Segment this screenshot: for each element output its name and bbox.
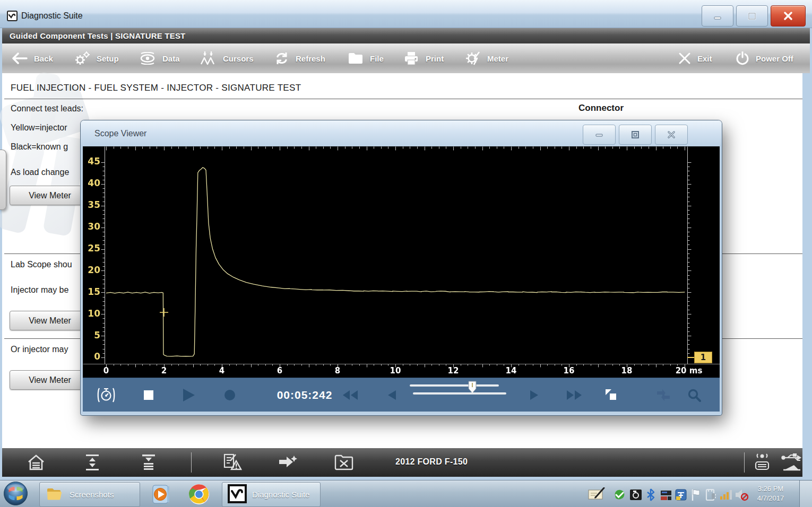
scope-window-title: Scope Viewer	[94, 129, 146, 138]
zoom-button[interactable]	[681, 378, 707, 412]
action-center-flag-icon[interactable]	[690, 488, 701, 503]
eye-icon	[139, 52, 156, 65]
taskbar-item-screenshots[interactable]: Screenshots	[39, 482, 140, 507]
refresh-button[interactable]: Refresh	[274, 43, 325, 73]
show-desktop-button[interactable]	[799, 480, 812, 507]
power-off-button[interactable]: Power Off	[736, 43, 793, 73]
oscilloscope-plot[interactable]	[83, 146, 720, 378]
main-titlebar: Diagnostic Suite	[0, 0, 812, 28]
playback-time: 00:05:242	[267, 378, 342, 412]
lead-black-text: Black=known g	[11, 142, 68, 152]
main-toolbar: Back Setup Data Cursors Refresh File Pri…	[2, 43, 810, 74]
stop-button[interactable]	[137, 378, 160, 412]
disabled-tool-icon	[651, 378, 676, 412]
fast-forward-button[interactable]	[560, 378, 588, 412]
lead-yellow-text: Yellow=injector	[11, 123, 67, 133]
vci-device-icon[interactable]	[751, 453, 773, 475]
back-icon	[12, 53, 28, 64]
print-button[interactable]: Print	[403, 43, 444, 73]
cursors-icon	[200, 51, 217, 66]
taskbar-item-diagnostic-suite[interactable]: Diagnostic Suite	[222, 482, 321, 507]
bluetooth-tray-icon[interactable]	[646, 488, 655, 503]
back-button[interactable]: Back	[12, 43, 53, 73]
data-button[interactable]: Data	[139, 43, 180, 73]
meter-button[interactable]: Meter	[465, 43, 508, 73]
antivirus-tray-icon[interactable]	[613, 488, 626, 503]
usb-connection-icon[interactable]	[780, 453, 804, 475]
device-tray-icon[interactable]	[660, 488, 672, 503]
clock-time: 3:26 PM	[747, 484, 794, 494]
report-warning-icon[interactable]	[222, 453, 242, 474]
step-forward-button[interactable]	[522, 378, 546, 412]
app-logo-icon	[7, 11, 18, 21]
taskbar-item-media-player[interactable]	[144, 482, 177, 506]
window-title: Diagnostic Suite	[21, 11, 83, 21]
run-test-icon[interactable]	[278, 453, 298, 473]
record-button[interactable]	[218, 378, 241, 412]
side-panel-flyout-handle[interactable]	[0, 150, 6, 210]
scope-maximize-button[interactable]	[619, 125, 652, 145]
meter-icon	[465, 51, 481, 66]
minimize-button[interactable]	[702, 5, 733, 27]
snipping-tray-icon[interactable]	[629, 488, 642, 503]
start-button[interactable]	[3, 482, 28, 505]
window-frame-right	[802, 73, 812, 480]
connector-heading: Connector	[578, 103, 624, 113]
view-meter-button-2[interactable]: View Meter	[10, 311, 90, 330]
taskbar: Screenshots Diagnostic Suite	[0, 480, 812, 507]
scale-view-button[interactable]	[599, 378, 624, 412]
saved-files-icon[interactable]	[334, 453, 353, 473]
volume-muted-tray-icon[interactable]	[735, 488, 748, 503]
scope-titlebar[interactable]: Scope Viewer	[81, 120, 722, 146]
vehicle-label: 2012 FORD F-150	[395, 457, 468, 467]
injector-note-text: Injector may be	[11, 285, 68, 295]
gears-icon	[74, 51, 90, 66]
cursors-button[interactable]: Cursors	[200, 43, 254, 73]
exit-button[interactable]: Exit	[678, 43, 712, 73]
status-divider-1	[191, 452, 192, 473]
power-plug-tray-icon[interactable]	[705, 488, 718, 503]
breadcrumb: Guided Component Tests | SIGNATURE TEST	[2, 28, 810, 43]
vehicle-status-bar: 2012 FORD F-150	[2, 448, 802, 477]
view-meter-button-3[interactable]: View Meter	[10, 370, 90, 390]
title-divider	[4, 99, 802, 99]
folder-icon	[348, 52, 364, 65]
refresh-icon	[274, 51, 289, 66]
maximize-button[interactable]	[736, 5, 768, 27]
timer-icon	[94, 378, 118, 412]
taskbar-item-label: Screenshots	[70, 490, 114, 499]
load-note-text: As load change	[11, 168, 69, 177]
folder-yellow-icon	[46, 486, 63, 503]
step-back-button[interactable]	[380, 378, 403, 412]
view-meter-button-1[interactable]: View Meter	[10, 186, 90, 205]
power-icon	[736, 51, 749, 65]
diagnostic-suite-icon	[228, 484, 247, 505]
home-icon[interactable]	[27, 453, 46, 474]
taskbar-item-label: Diagnostic Suite	[252, 490, 309, 499]
printer-icon	[403, 51, 419, 65]
status-divider-2	[744, 452, 745, 473]
taskbar-clock[interactable]: 3:26 PM 4/7/2017	[747, 484, 794, 503]
ime-language-tray-icon[interactable]	[675, 488, 687, 503]
connect-leads-text: Connect test leads:	[11, 104, 83, 113]
collapse-top-icon[interactable]	[139, 453, 158, 474]
taskbar-item-chrome[interactable]	[180, 482, 218, 506]
file-button[interactable]: File	[348, 43, 384, 73]
close-button[interactable]	[771, 5, 806, 27]
scope-viewer-window: Scope Viewer 00:05:242	[81, 120, 722, 415]
expand-vertical-icon[interactable]	[83, 453, 102, 474]
page-title: FUEL INJECTION - FUEL SYSTEM - INJECTOR …	[11, 83, 301, 93]
network-signal-tray-icon[interactable]	[720, 488, 732, 502]
rewind-button[interactable]	[336, 378, 364, 412]
scope-close-button[interactable]	[655, 125, 688, 145]
clock-date: 4/7/2017	[747, 494, 794, 503]
scope-playback-bar: 00:05:242	[83, 378, 720, 412]
scope-minimize-button[interactable]	[583, 125, 616, 145]
play-button[interactable]	[177, 378, 201, 412]
setup-button[interactable]: Setup	[74, 43, 119, 73]
or-injector-note-text: Or injector may	[11, 345, 68, 354]
tablet-input-tray-icon[interactable]	[588, 487, 606, 502]
lab-scope-note-text: Lab Scope shou	[11, 260, 72, 269]
exit-x-icon	[678, 52, 691, 65]
